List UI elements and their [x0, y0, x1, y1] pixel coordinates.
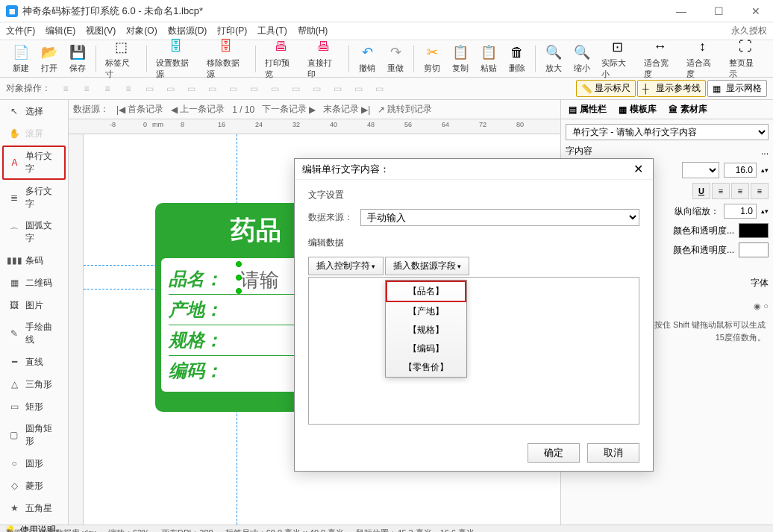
- printdirect-button[interactable]: 🖶直接打印: [303, 37, 344, 81]
- layer-icon3[interactable]: ≡: [100, 81, 115, 96]
- selection-handle[interactable]: [236, 288, 242, 294]
- star-tool[interactable]: ★五角星: [2, 498, 66, 519]
- maximize-button[interactable]: ☐: [707, 5, 730, 17]
- freehand-tool[interactable]: ✎手绘曲线: [2, 317, 66, 350]
- dropdown-item[interactable]: 【产地】: [386, 302, 466, 321]
- menu-print[interactable]: 打印(P): [217, 25, 247, 37]
- triangle-tool[interactable]: △三角形: [2, 374, 66, 395]
- scale-input[interactable]: [724, 204, 757, 219]
- singletext-tool[interactable]: A单行文字: [2, 145, 66, 180]
- jump-record-button[interactable]: ↗跳转到记录: [378, 103, 432, 116]
- font-select[interactable]: [682, 162, 719, 178]
- align-icon2[interactable]: ▭: [163, 81, 178, 96]
- insert-control-char-button[interactable]: 插入控制字符▾: [308, 257, 384, 275]
- new-button[interactable]: 📄新建: [7, 42, 34, 75]
- actualsize-button[interactable]: ⊡实际大小: [597, 37, 638, 81]
- zoomout-button[interactable]: 🔍缩小: [569, 42, 595, 75]
- dropdown-item[interactable]: 【零售价】: [386, 358, 466, 377]
- multitext-tool[interactable]: ≣多行文字: [2, 181, 66, 214]
- menu-help[interactable]: 帮助(H): [298, 25, 328, 37]
- layer-icon2[interactable]: ≡: [79, 81, 94, 96]
- preview-button[interactable]: 🖶打印预览: [260, 37, 301, 81]
- underline-button[interactable]: U: [692, 183, 710, 199]
- text-content-input[interactable]: [308, 277, 639, 425]
- fitheight-button[interactable]: ↕适合高度: [682, 37, 723, 81]
- align-icon8[interactable]: ▭: [288, 81, 303, 96]
- undo-button[interactable]: ↶撤销: [354, 42, 381, 75]
- next-record-button[interactable]: 下一条记录▶: [262, 103, 316, 116]
- line-tool[interactable]: ━直线: [2, 351, 66, 372]
- cancel-button[interactable]: 取消: [587, 443, 639, 463]
- dropdown-item[interactable]: 【品名】: [386, 281, 466, 302]
- redo-button[interactable]: ↷重做: [382, 42, 409, 75]
- color1-button[interactable]: 颜色和透明度...: [673, 225, 734, 237]
- scale-spinner[interactable]: ▴▾: [761, 207, 769, 215]
- text-placeholder[interactable]: 请输: [240, 267, 279, 293]
- removeds-button[interactable]: 🗄移除数据源: [202, 37, 251, 81]
- align-icon9[interactable]: ▭: [309, 81, 324, 96]
- dropdown-item[interactable]: 【规格】: [386, 321, 466, 339]
- minimize-button[interactable]: —: [670, 5, 692, 17]
- paste-button[interactable]: 📋粘贴: [475, 42, 502, 75]
- circle-tool[interactable]: ○圆形: [2, 453, 66, 474]
- fullpage-button[interactable]: ⛶整页显示: [725, 37, 766, 81]
- selection-handle[interactable]: [236, 275, 242, 281]
- selection-handle[interactable]: [236, 261, 242, 267]
- color1-swatch[interactable]: [739, 223, 769, 238]
- color2-button[interactable]: 颜色和透明度...: [673, 244, 734, 257]
- show-grid-toggle[interactable]: ▦显示网格: [707, 80, 767, 97]
- fontsize-input[interactable]: [724, 163, 757, 178]
- delete-button[interactable]: 🗑删除: [504, 42, 531, 75]
- select-tool[interactable]: ↖选择: [2, 101, 66, 122]
- roundrect-tool[interactable]: ▢圆角矩形: [2, 419, 66, 451]
- menu-view[interactable]: 视图(V): [86, 25, 116, 37]
- align-left-button[interactable]: ≡: [712, 183, 730, 199]
- layer-icon[interactable]: ≡: [58, 81, 73, 96]
- menu-datasource[interactable]: 数据源(D): [168, 25, 207, 37]
- dialog-close-button[interactable]: ✕: [630, 162, 645, 176]
- menu-edit[interactable]: 编辑(E): [46, 25, 75, 37]
- object-selector[interactable]: 单行文字 - 请输入单行文字内容: [566, 124, 769, 140]
- menu-object[interactable]: 对象(O): [126, 25, 157, 37]
- align-icon5[interactable]: ▭: [225, 81, 240, 96]
- align-icon10[interactable]: ▭: [330, 81, 345, 96]
- datasource-select[interactable]: 手动输入: [360, 209, 639, 226]
- fontsize-spinner[interactable]: ▴▾: [761, 166, 769, 174]
- zoomin-button[interactable]: 🔍放大: [540, 42, 567, 75]
- show-ruler-toggle[interactable]: 📏显示标尺: [576, 80, 636, 97]
- align-center-button[interactable]: ≡: [731, 183, 749, 199]
- menu-tool[interactable]: 工具(T): [257, 25, 287, 37]
- insert-field-button[interactable]: 插入数据源字段▾: [385, 257, 469, 275]
- show-guide-toggle[interactable]: ┼显示参考线: [637, 80, 706, 97]
- first-record-button[interactable]: |◀首条记录: [116, 103, 163, 116]
- arctext-tool[interactable]: ⌒圆弧文字: [2, 216, 66, 248]
- align-icon3[interactable]: ▭: [184, 81, 198, 96]
- copy-button[interactable]: 📋复制: [447, 42, 474, 75]
- rect-tool[interactable]: ▭矩形: [2, 396, 66, 417]
- content-more[interactable]: ...: [761, 146, 769, 157]
- align-icon11[interactable]: ▭: [351, 81, 366, 96]
- align-icon4[interactable]: ▭: [204, 81, 219, 96]
- cut-button[interactable]: ✂剪切: [419, 42, 445, 75]
- save-button[interactable]: 💾保存: [64, 42, 91, 75]
- color2-swatch[interactable]: [739, 242, 769, 257]
- dropdown-item[interactable]: 【编码】: [386, 339, 466, 358]
- pan-tool[interactable]: ✋滚屏: [2, 123, 66, 144]
- last-record-button[interactable]: 末条记录▶|: [323, 103, 370, 116]
- labelsize-button[interactable]: ⬚标签尺寸: [101, 37, 142, 81]
- tab-materials[interactable]: 🏛素材库: [669, 103, 707, 116]
- layer-icon4[interactable]: ≡: [121, 81, 136, 96]
- align-icon7[interactable]: ▭: [267, 81, 282, 96]
- tab-templates[interactable]: ▦模板库: [619, 103, 657, 116]
- menu-file[interactable]: 文件(F): [6, 25, 35, 37]
- align-right-button[interactable]: ≡: [751, 183, 769, 199]
- qrcode-tool[interactable]: ▦二维码: [2, 272, 66, 293]
- fitwidth-button[interactable]: ↔适合宽度: [639, 37, 680, 81]
- image-tool[interactable]: 🖼图片: [2, 295, 66, 316]
- align-icon12[interactable]: ▭: [372, 81, 386, 96]
- align-icon6[interactable]: ▭: [246, 81, 261, 96]
- open-button[interactable]: 📂打开: [36, 42, 63, 75]
- tab-properties[interactable]: ▤属性栏: [569, 103, 607, 116]
- barcode-tool[interactable]: ▮▮▮条码: [2, 250, 66, 271]
- close-button[interactable]: ✕: [745, 5, 767, 17]
